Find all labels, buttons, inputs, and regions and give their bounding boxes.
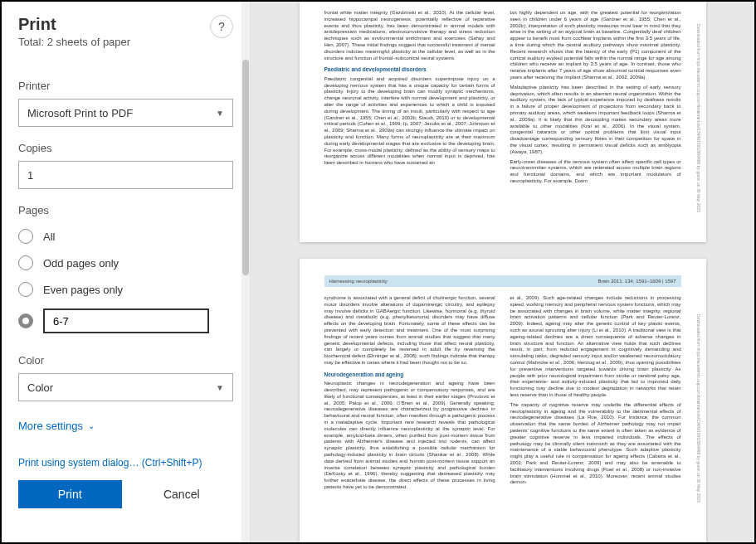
copies-input[interactable] [18, 161, 233, 189]
color-selected: Color [27, 381, 53, 394]
copies-label: Copies [18, 142, 233, 154]
more-settings-toggle[interactable]: More settings ⌄ [18, 420, 233, 432]
page-range-input[interactable] [43, 308, 209, 333]
color-select[interactable]: Color ▼ [18, 373, 233, 401]
radio-icon-selected [18, 313, 33, 328]
sidebar-scrollbar-track [241, 2, 250, 542]
printer-select[interactable]: Microsoft Print to PDF ▼ [18, 99, 233, 127]
preview-page-2: Downloaded from https://academic.oup.com… [300, 259, 706, 542]
body-text: The capacity of cognitive reserve may un… [510, 402, 681, 486]
radio-icon [18, 282, 33, 297]
help-button[interactable]: ? [210, 15, 233, 38]
body-text: Paediatric congenital and acquired disor… [324, 76, 495, 167]
section-heading: Paediatric and developmental disorders [324, 66, 495, 73]
chevron-down-icon: ▼ [216, 383, 224, 392]
body-text: but highly dependent on age, with the gr… [510, 10, 681, 81]
radio-custom[interactable] [18, 303, 233, 339]
body-text: Maladaptive plasticity has been describe… [510, 85, 681, 156]
radio-even[interactable]: Even pages only [18, 276, 233, 303]
body-text: Neuroplastic changes in neurodegeneratio… [324, 381, 495, 491]
body-text: syndrome is associated with a general de… [324, 295, 495, 367]
printer-label: Printer [18, 80, 233, 92]
printer-selected: Microsoft Print to PDF [27, 107, 133, 119]
body-text: Early-onset diseases of the nervous syst… [510, 159, 681, 185]
pages-label: Pages [18, 204, 233, 216]
dialog-subtitle: Total: 2 sheets of paper [18, 36, 130, 48]
page-margin-text: Downloaded from https://academic.oup.com… [695, 275, 701, 541]
print-button[interactable]: Print [18, 480, 122, 508]
radio-all[interactable]: All [18, 223, 233, 250]
cancel-button[interactable]: Cancel [130, 480, 234, 508]
dialog-title: Print [18, 15, 130, 34]
radio-all-label: All [43, 231, 55, 243]
header-title-right: Brain 2011: 134; 1591–1609 | 1597 [598, 279, 676, 284]
body-text: et al., 2009). Such age-related changes … [510, 295, 681, 399]
chevron-down-icon: ⌄ [88, 421, 95, 430]
radio-even-label: Even pages only [43, 284, 123, 296]
preview-page-1: Downloaded from https://academic.oup.com… [300, 2, 706, 242]
radio-odd-label: Odd pages only [43, 257, 119, 270]
print-preview-area: Downloaded from https://academic.oup.com… [251, 2, 754, 542]
body-text: frontal white matter integrity (Gazdzins… [324, 10, 495, 61]
color-label: Color [18, 354, 233, 367]
more-settings-label: More settings [18, 420, 83, 432]
radio-icon [18, 255, 33, 270]
print-sidebar: Print Total: 2 sheets of paper ? Printer… [2, 2, 251, 542]
system-dialog-link[interactable]: Print using system dialog… (Ctrl+Shift+P… [18, 457, 233, 469]
section-heading: Neurodegeneration and ageing [324, 372, 495, 378]
radio-odd[interactable]: Odd pages only [18, 250, 233, 276]
page-margin-text: Downloaded from https://academic.oup.com… [695, 10, 701, 226]
radio-icon [18, 229, 33, 244]
chevron-down-icon: ▼ [216, 109, 224, 118]
sidebar-scrollbar-thumb[interactable] [242, 60, 249, 275]
page-header-bar: Harnessing neuroplasticity Brain 2011: 1… [324, 275, 681, 287]
header-title-left: Harnessing neuroplasticity [329, 279, 388, 284]
